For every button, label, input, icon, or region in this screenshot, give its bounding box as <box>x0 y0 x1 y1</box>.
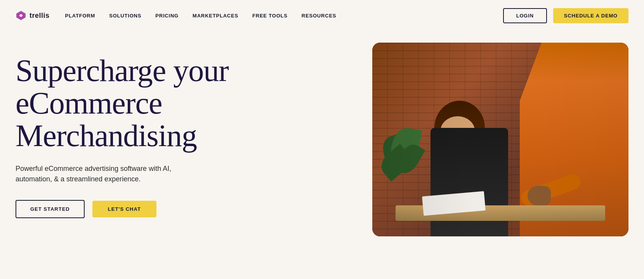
navbar: trellis PLATFORM SOLUTIONS PRICING MARKE… <box>0 0 644 31</box>
nav-free-tools[interactable]: FREE TOOLS <box>252 13 288 19</box>
nav-links: PLATFORM SOLUTIONS PRICING MARKETPLACES … <box>65 13 503 19</box>
logo-text: trellis <box>30 12 50 20</box>
hero-buttons: GET STARTED LET'S CHAT <box>16 200 287 218</box>
hero-image <box>372 43 628 236</box>
nav-pricing[interactable]: PRICING <box>155 13 179 19</box>
hero-subtitle: Powerful eCommerce advertising software … <box>16 164 202 184</box>
hero-content: Supercharge your eCommerce Merchandising… <box>16 46 287 218</box>
hero-section: Supercharge your eCommerce Merchandising… <box>0 31 644 279</box>
nav-solutions[interactable]: SOLUTIONS <box>109 13 141 19</box>
hero-title: Supercharge your eCommerce Merchandising <box>16 54 287 152</box>
get-started-button[interactable]: GET STARTED <box>16 200 85 218</box>
nav-platform[interactable]: PLATFORM <box>65 13 95 19</box>
login-button[interactable]: LOGIN <box>503 8 547 23</box>
trellis-logo-icon <box>16 10 26 21</box>
nav-actions: LOGIN SCHEDULE A DEMO <box>503 8 628 23</box>
scene-overlay <box>372 43 628 236</box>
logo[interactable]: trellis <box>16 10 50 21</box>
schedule-demo-button[interactable]: SCHEDULE A DEMO <box>553 8 628 23</box>
lets-chat-button[interactable]: LET'S CHAT <box>92 201 156 217</box>
hero-image-placeholder <box>372 43 628 236</box>
nav-marketplaces[interactable]: MARKETPLACES <box>193 13 238 19</box>
nav-resources[interactable]: RESOURCES <box>302 13 337 19</box>
